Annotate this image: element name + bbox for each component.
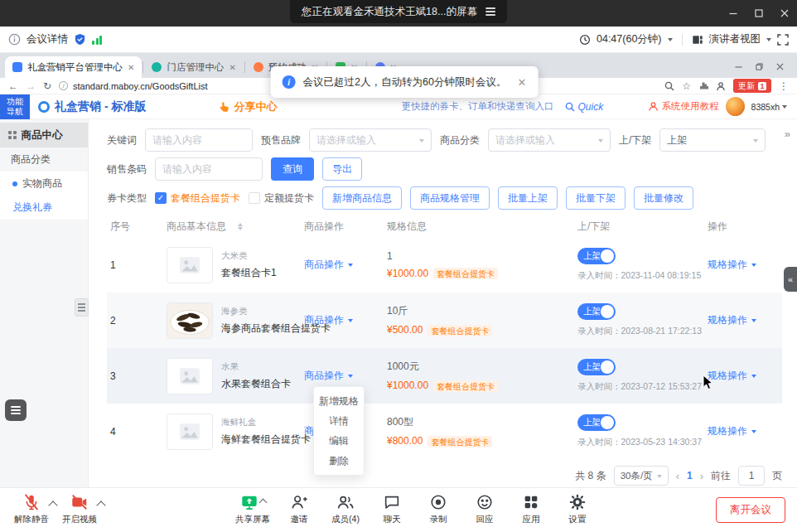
- search-button[interactable]: 查询: [271, 157, 314, 181]
- floating-list-widget[interactable]: [5, 399, 27, 421]
- export-button[interactable]: 导出: [322, 157, 362, 181]
- sidebar-toggle-handle[interactable]: [75, 298, 89, 317]
- start-video-button[interactable]: 开启视频: [58, 492, 101, 525]
- browser-close-icon[interactable]: [776, 63, 784, 70]
- share-screen-button[interactable]: 共享屏幕: [231, 492, 274, 525]
- security-shield-icon[interactable]: [74, 33, 86, 46]
- sort-icon[interactable]: [238, 220, 243, 233]
- product-action-dropdown-open[interactable]: 商品操作: [304, 369, 353, 383]
- minimize-button[interactable]: [720, 0, 746, 27]
- batch-offshelf-button[interactable]: 批量下架: [566, 186, 626, 210]
- product-action-dropdown[interactable]: 商品操作: [304, 258, 353, 272]
- record-button[interactable]: 录制: [417, 492, 460, 525]
- batch-onshelf-button[interactable]: 批量上架: [498, 186, 558, 210]
- user-avatar[interactable]: [726, 97, 745, 116]
- barcode-label: 销售条码: [107, 162, 147, 177]
- spec-value: 800型: [387, 415, 577, 429]
- menu-icon[interactable]: [485, 7, 495, 16]
- bookmark-star-icon[interactable]: ☆: [682, 81, 691, 91]
- product-action-dropdown[interactable]: 商品操作: [304, 313, 353, 327]
- sidebar-item-physical-goods[interactable]: 实物商品: [0, 172, 88, 196]
- browser-menu-icon[interactable]: ⋮: [779, 81, 789, 91]
- menu-item-detail[interactable]: 详情: [314, 411, 364, 431]
- browser-restore-icon[interactable]: [756, 63, 763, 70]
- shelf-select[interactable]: 上架: [659, 128, 766, 152]
- timer-caret-icon[interactable]: [668, 38, 673, 44]
- brand-select[interactable]: 请选择或输入: [309, 128, 432, 152]
- reload-icon[interactable]: ↻: [43, 81, 51, 91]
- fixed-card-checkbox[interactable]: 定额提货卡: [249, 191, 314, 206]
- shelf-toggle[interactable]: 上架: [577, 303, 616, 320]
- menu-item-edit[interactable]: 编辑: [314, 431, 364, 451]
- browser-minimize-icon[interactable]: [735, 63, 742, 70]
- fullscreen-icon[interactable]: [777, 34, 789, 46]
- tab-gift-admin[interactable]: 礼盒营销平台管理中心 ✕: [5, 56, 142, 78]
- username-menu[interactable]: 8385xh: [751, 102, 787, 112]
- unmute-button[interactable]: 解除静音: [10, 492, 53, 525]
- panel-collapse-handle[interactable]: «: [784, 267, 797, 292]
- spec-action-dropdown[interactable]: 规格操作: [708, 424, 756, 438]
- menu-item-add-spec[interactable]: 新增规格: [314, 391, 364, 411]
- members-button[interactable]: 成员(4): [324, 492, 367, 525]
- prev-page-icon[interactable]: ‹: [676, 470, 679, 482]
- shelf-toggle[interactable]: 上架: [577, 248, 616, 264]
- combo-card-checkbox[interactable]: ✓ 套餐组合提货卡: [155, 191, 240, 206]
- caret-down-icon: [598, 139, 603, 145]
- shelf-toggle[interactable]: 上架: [577, 359, 616, 375]
- function-nav-button[interactable]: 功能导航: [0, 94, 30, 119]
- view-caret-icon[interactable]: [766, 38, 771, 44]
- price: ¥1000.00: [387, 268, 428, 279]
- site-info-icon[interactable]: i: [59, 81, 68, 90]
- chat-button[interactable]: 聊天: [370, 492, 413, 525]
- sidebar-item-gift-voucher[interactable]: 兑换礼券: [0, 196, 88, 220]
- leave-meeting-button[interactable]: 离开会议: [716, 497, 785, 523]
- collapse-filters-icon[interactable]: »: [785, 128, 790, 140]
- batch-edit-button[interactable]: 批量修改: [634, 186, 693, 210]
- spec-manage-button[interactable]: 商品规格管理: [410, 186, 490, 210]
- maximize-button[interactable]: [746, 0, 771, 27]
- extensions-icon[interactable]: [698, 81, 708, 91]
- share-options-chevron[interactable]: [258, 498, 267, 506]
- spec-action-dropdown[interactable]: 规格操作: [708, 369, 756, 383]
- browser-update-button[interactable]: 更新 1: [733, 79, 771, 93]
- menu-item-delete[interactable]: 删除: [314, 451, 364, 471]
- caret-down-icon: [751, 375, 756, 380]
- forward-icon[interactable]: →: [26, 81, 36, 91]
- shelf-toggle[interactable]: 上架: [577, 414, 616, 431]
- apps-button[interactable]: 应用: [510, 492, 553, 525]
- settings-button[interactable]: 设置: [556, 492, 599, 525]
- back-icon[interactable]: ←: [8, 81, 18, 91]
- barcode-input[interactable]: [155, 157, 263, 181]
- close-button[interactable]: [771, 0, 797, 27]
- category-select[interactable]: 请选择或输入: [488, 128, 611, 152]
- profile-icon[interactable]: [716, 81, 726, 91]
- row-index: 1: [107, 259, 167, 271]
- quick-search-link[interactable]: Quick: [565, 101, 603, 113]
- app-logo: 礼盒营销 - 标准版: [38, 99, 146, 114]
- reactions-button[interactable]: 回应: [463, 492, 506, 525]
- keyword-input[interactable]: [145, 128, 253, 152]
- tab-close-icon[interactable]: ✕: [229, 63, 235, 72]
- product-image-placeholder: [167, 247, 213, 283]
- notification-close-icon[interactable]: ✕: [517, 76, 526, 89]
- zoom-icon[interactable]: [664, 81, 674, 91]
- spec-action-dropdown[interactable]: 规格操作: [708, 258, 756, 272]
- meeting-timer[interactable]: 04:47(60分钟): [597, 32, 662, 46]
- view-mode-button[interactable]: 演讲者视图: [709, 32, 761, 46]
- tab-store-admin[interactable]: 门店管理中心 ✕: [144, 56, 243, 78]
- goto-page-input[interactable]: [738, 466, 765, 486]
- meeting-details-button[interactable]: 会议详情: [27, 32, 68, 46]
- network-signal-icon[interactable]: [92, 35, 102, 45]
- price: ¥800.00: [387, 435, 423, 447]
- tutorial-link[interactable]: 系统使用教程: [648, 100, 719, 113]
- invite-button[interactable]: 邀请: [278, 492, 321, 525]
- add-product-button[interactable]: 新增商品信息: [322, 186, 402, 210]
- share-center-link[interactable]: 分享中心: [219, 99, 277, 114]
- page-size-select[interactable]: 30条/页: [614, 466, 669, 486]
- sidebar-section-product-center[interactable]: 商品中心: [0, 123, 88, 148]
- sidebar-item-product-category[interactable]: 商品分类: [0, 148, 88, 172]
- current-page[interactable]: 1: [687, 470, 693, 481]
- spec-action-dropdown[interactable]: 规格操作: [708, 313, 756, 327]
- tab-close-icon[interactable]: ✕: [128, 63, 134, 72]
- next-page-icon[interactable]: ›: [700, 470, 703, 482]
